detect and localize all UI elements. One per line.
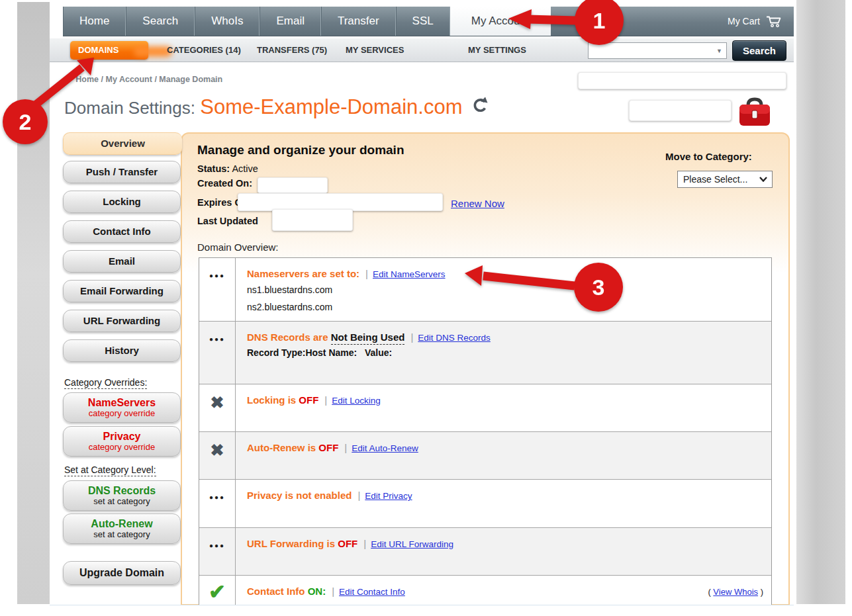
sidebar-item-auto-renew-category[interactable]: Auto-Renew set at category [63, 513, 181, 544]
table-row-locking: ✖ Locking is OFF|Edit Locking [199, 384, 771, 432]
edit-url-forwarding-link[interactable]: Edit URL Forwarding [371, 539, 453, 549]
edit-locking-link[interactable]: Edit Locking [332, 396, 381, 406]
nav-tab-home[interactable]: Home [63, 7, 126, 36]
table-row-contact-info: ✔ Contact Info ON:|Edit Contact Info ( V… [199, 576, 771, 605]
dots-icon: ●●● [199, 480, 235, 501]
created-on-line: Created On: [197, 178, 252, 189]
app-window: Home Search WhoIs Email Transfer SSL My … [50, 5, 794, 605]
edit-auto-renew-link[interactable]: Edit Auto-Renew [352, 443, 418, 453]
nav-tab-ssl[interactable]: SSL [396, 7, 450, 36]
nameserver-value: ns2.bluestardns.com [247, 300, 762, 314]
nav-tab-transfer[interactable]: Transfer [321, 7, 396, 36]
sidebar-item-url-forwarding[interactable]: URL Forwarding [63, 310, 181, 332]
sidebar-item-contact-info[interactable]: Contact Info [63, 220, 181, 243]
refresh-icon[interactable] [472, 97, 488, 114]
account-sub-navigation: DOMAINS CATEGORIES (14) TRANSFERS (75) M… [50, 38, 794, 62]
sidebar-item-dns-records-category[interactable]: DNS Records set at category [63, 480, 181, 511]
renew-now-link[interactable]: Renew Now [451, 198, 504, 209]
domain-overview-label: Domain Overview: [197, 242, 279, 253]
redacted-expiry-date [238, 193, 443, 211]
sidebar-item-locking[interactable]: Locking [63, 191, 181, 213]
subnav-tab-my-services[interactable]: MY SERVICES [346, 38, 404, 62]
status-line: Status: Active [197, 163, 258, 174]
edit-privacy-link[interactable]: Edit Privacy [365, 491, 412, 501]
view-whois-wrap: ( View Whois ) [708, 587, 763, 597]
set-at-category-label: Set at Category Level: [64, 464, 156, 475]
x-icon: ✖ [199, 384, 235, 412]
breadcrumb-home[interactable]: Home [75, 75, 99, 84]
dns-record-headers: Record Type:Host Name: Value: [247, 347, 762, 358]
category-select-value: Please Select... [683, 174, 747, 185]
row-status-off: OFF [299, 394, 318, 406]
redacted-updated-date [272, 209, 353, 231]
table-row-privacy: ●●● Privacy is not enabled|Edit Privacy [199, 480, 771, 528]
redacted-created-date [258, 177, 328, 193]
window-left-margin [17, 2, 50, 604]
search-button[interactable]: Search [732, 40, 786, 61]
category-title: DNS Records [64, 484, 180, 497]
override-subtitle: category override [64, 409, 180, 418]
move-to-category-label: Move to Category: [665, 151, 752, 162]
row-status-on: ON: [308, 586, 326, 597]
row-status-off: OFF [318, 442, 338, 453]
dots-icon: ●●● [199, 258, 235, 279]
row-title: Nameservers are set to: [247, 268, 359, 279]
domain-overview-table: ●●● Nameservers are set to:|Edit NameSer… [199, 257, 772, 605]
last-updated-line: Last Updated [197, 216, 258, 226]
window-right-margin [796, 0, 845, 604]
subnav-tab-domains[interactable]: DOMAINS [70, 41, 148, 60]
nav-tab-email[interactable]: Email [260, 7, 321, 36]
category-subtitle: set at category [64, 497, 180, 506]
table-row-nameservers: ●●● Nameservers are set to:|Edit NameSer… [199, 258, 771, 322]
redacted-box [578, 72, 786, 89]
edit-contact-info-link[interactable]: Edit Contact Info [339, 587, 405, 597]
domain-search-combobox[interactable]: ▼ [588, 42, 727, 59]
subnav-tab-categories[interactable]: CATEGORIES (14) [167, 38, 241, 62]
breadcrumb-current: Manage Domain [159, 75, 222, 84]
my-cart-button[interactable]: My Cart [728, 7, 794, 36]
dots-icon: ●●● [199, 322, 235, 343]
home-icon: ⌂ [64, 74, 70, 84]
edit-nameservers-link[interactable]: Edit NameServers [373, 269, 446, 279]
row-title: Locking is [247, 394, 299, 406]
view-whois-link[interactable]: View Whois [713, 587, 758, 597]
page-title: Domain Settings: Some-Example-Domain.com [64, 95, 488, 119]
subnav-tab-transfers[interactable]: TRANSFERS (75) [257, 38, 327, 62]
sidebar-item-push-transfer[interactable]: Push / Transfer [63, 161, 181, 183]
dots-icon: ●●● [199, 528, 235, 549]
sidebar-item-nameservers-override[interactable]: NameServers category override [63, 392, 181, 423]
breadcrumb-my-account[interactable]: My Account [106, 75, 152, 84]
table-row-auto-renew: ✖ Auto-Renew is OFF|Edit Auto-Renew [199, 432, 771, 480]
category-select[interactable]: Please Select... [677, 171, 773, 188]
sidebar-item-history[interactable]: History [63, 339, 181, 362]
override-title: Privacy [64, 430, 180, 443]
nav-tab-my-account[interactable]: My Account [450, 7, 551, 36]
redacted-box [629, 100, 732, 121]
category-title: Auto-Renew [64, 517, 180, 530]
sidebar-item-email[interactable]: Email [63, 250, 181, 273]
combobox-dropdown-icon[interactable]: ▼ [716, 48, 722, 54]
breadcrumb: ⌂ Home / My Account / Manage Domain [64, 74, 222, 84]
chevron-down-icon [759, 177, 767, 182]
domain-search-input[interactable] [591, 44, 710, 58]
row-title: Contact Info [247, 586, 308, 597]
nav-tab-whois[interactable]: WhoIs [195, 7, 260, 36]
sidebar-item-email-forwarding[interactable]: Email Forwarding [63, 280, 181, 302]
my-cart-label: My Cart [728, 16, 760, 26]
subnav-tab-my-settings[interactable]: MY SETTINGS [468, 38, 526, 62]
row-title: DNS Records are [247, 331, 331, 343]
page-title-prefix: Domain Settings: [64, 98, 200, 118]
upgrade-domain-button[interactable]: Upgrade Domain [63, 561, 181, 585]
sidebar-item-overview[interactable]: Overview [63, 132, 182, 155]
top-navigation: Home Search WhoIs Email Transfer SSL My … [63, 7, 794, 36]
nav-tab-search[interactable]: Search [126, 7, 195, 36]
row-title: URL Forwarding is [247, 538, 338, 549]
toolbox-icon[interactable] [738, 95, 771, 130]
row-title: Auto-Renew is [247, 442, 318, 453]
breadcrumb-separator: / [101, 75, 106, 84]
table-row-url-forwarding: ●●● URL Forwarding is OFF|Edit URL Forwa… [199, 528, 771, 576]
sidebar-item-privacy-override[interactable]: Privacy category override [63, 426, 181, 457]
edit-dns-records-link[interactable]: Edit DNS Records [418, 333, 491, 343]
category-overrides-label: Category Overrides: [64, 377, 147, 388]
domains-tab-label: DOMAINS [78, 45, 118, 55]
